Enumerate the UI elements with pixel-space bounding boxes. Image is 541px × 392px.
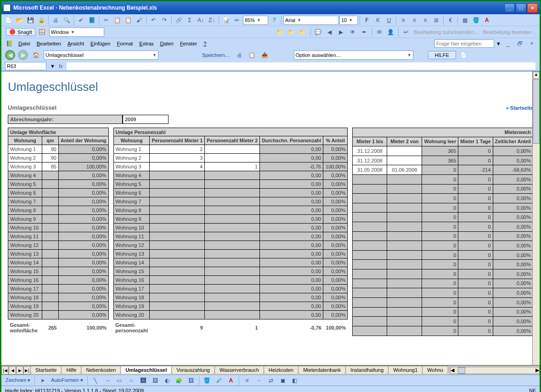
cell[interactable]: Wohnung 19: [8, 302, 42, 311]
cell[interactable]: [353, 194, 387, 203]
cell[interactable]: [387, 260, 422, 269]
cell[interactable]: Wohnung 11: [113, 232, 150, 241]
cell[interactable]: 100,00%: [323, 162, 348, 171]
cell[interactable]: 0: [458, 250, 493, 260]
copy-icon[interactable]: 📋: [112, 15, 122, 25]
print-icon[interactable]: 🖨: [51, 15, 61, 25]
cell[interactable]: 0,00%: [58, 311, 108, 319]
wordart-icon[interactable]: 🖼: [150, 375, 160, 386]
cell[interactable]: [387, 307, 422, 317]
sheet-tab-hilfe[interactable]: Hilfe: [61, 366, 81, 374]
fill2-icon[interactable]: 🪣: [202, 375, 212, 386]
cell[interactable]: [150, 293, 205, 302]
menu-format[interactable]: Format: [113, 40, 136, 47]
cell[interactable]: -214: [458, 165, 493, 175]
cell[interactable]: 0,00%: [493, 231, 533, 241]
sheet-tab-instandhaltung[interactable]: Instandhaltung: [345, 366, 389, 374]
sort-asc-icon[interactable]: A↓: [196, 15, 206, 25]
cell[interactable]: 0,00%: [493, 174, 533, 184]
sheet-tab-umlageschlüssel[interactable]: Umlageschlüssel: [120, 366, 172, 374]
oval-icon[interactable]: ○: [126, 375, 136, 386]
cell[interactable]: 0,00%: [493, 297, 533, 307]
menu-einfügen[interactable]: Einfügen: [87, 40, 113, 47]
tab-next-icon[interactable]: ▶: [16, 366, 23, 375]
sheet-tab-wohnu[interactable]: Wohnu: [422, 366, 448, 374]
cell[interactable]: Wohnung 6: [113, 189, 150, 197]
sheet-tab-wasserverbrauch[interactable]: Wasserverbrauch: [214, 366, 264, 374]
cell[interactable]: [353, 317, 387, 326]
cell[interactable]: [42, 258, 58, 267]
cell[interactable]: 0: [458, 222, 493, 232]
nav-back-icon[interactable]: ◀: [5, 50, 15, 60]
cell[interactable]: 0,00%: [493, 203, 533, 213]
cell[interactable]: 0: [422, 260, 458, 269]
cell[interactable]: Wohnung 7: [8, 197, 42, 206]
cell[interactable]: 85: [42, 162, 58, 171]
cell[interactable]: 0,00%: [58, 171, 108, 180]
cell[interactable]: 0,00%: [58, 154, 108, 162]
cell[interactable]: -0,76: [260, 162, 323, 171]
copy2-icon[interactable]: 📋: [247, 50, 257, 60]
cell[interactable]: [387, 250, 422, 260]
menu-extras[interactable]: Extras: [136, 40, 157, 47]
cell[interactable]: [150, 285, 205, 293]
format-painter-icon[interactable]: 🖌: [134, 15, 144, 25]
cell[interactable]: [353, 174, 387, 184]
cell[interactable]: 0,00%: [58, 232, 108, 241]
cell[interactable]: Wohnung 15: [8, 267, 42, 276]
cell[interactable]: [205, 232, 260, 241]
cell[interactable]: 0,00%: [323, 258, 348, 267]
cell[interactable]: 0,00%: [323, 267, 348, 276]
sort-desc-icon[interactable]: Z↓: [207, 15, 217, 25]
comment-new-icon[interactable]: 💬: [313, 27, 323, 37]
cell[interactable]: Wohnung 2: [8, 154, 42, 162]
cell[interactable]: [205, 285, 260, 293]
snagit-profile-combo[interactable]: Window▼: [49, 28, 104, 37]
cell[interactable]: 0: [422, 184, 458, 194]
cell[interactable]: 4: [150, 162, 205, 171]
underline-icon[interactable]: U: [384, 15, 394, 25]
doc-close-icon[interactable]: ×: [527, 39, 537, 49]
rect-icon[interactable]: ▭: [114, 375, 124, 386]
cell[interactable]: [42, 250, 58, 258]
folder2-icon[interactable]: 📁: [287, 27, 297, 37]
cell[interactable]: 0,00: [260, 302, 323, 311]
cell[interactable]: [353, 213, 387, 222]
cell[interactable]: [205, 224, 260, 232]
picture-icon[interactable]: 🖼: [186, 375, 196, 386]
cell[interactable]: 0: [458, 269, 493, 279]
cell[interactable]: 0,00%: [58, 250, 108, 258]
font-name-combo[interactable]: Arial▼: [283, 16, 338, 25]
cell[interactable]: [42, 285, 58, 293]
cell[interactable]: [150, 180, 205, 189]
cell[interactable]: 3: [150, 154, 205, 162]
cell[interactable]: 0: [422, 231, 458, 241]
cell[interactable]: [387, 279, 422, 288]
cell[interactable]: 0,00%: [493, 288, 533, 298]
cell[interactable]: Wohnung 14: [113, 258, 150, 267]
paste-icon[interactable]: 📋: [123, 15, 133, 25]
cell[interactable]: [353, 288, 387, 298]
cell[interactable]: [387, 146, 422, 156]
cell[interactable]: 0,00%: [323, 276, 348, 285]
permission-icon[interactable]: 🔒: [36, 15, 46, 25]
cell[interactable]: 0,00: [260, 311, 323, 319]
cell[interactable]: [205, 180, 260, 189]
redo-icon[interactable]: ↷: [159, 15, 169, 25]
recipient-icon[interactable]: 👤: [386, 27, 396, 37]
cell[interactable]: [353, 231, 387, 241]
cell[interactable]: [205, 215, 260, 224]
dash-icon[interactable]: ┈: [254, 375, 264, 386]
cell[interactable]: 0,00: [260, 250, 323, 258]
cell[interactable]: [353, 326, 387, 336]
arrow-icon[interactable]: →: [102, 375, 113, 386]
cell[interactable]: [353, 279, 387, 288]
doc-restore-icon[interactable]: 🗗: [515, 39, 525, 49]
help-icon[interactable]: ?: [269, 15, 279, 25]
sheet-tab-nebenkosten[interactable]: Nebenkosten: [81, 366, 121, 374]
cell[interactable]: [150, 267, 205, 276]
cell[interactable]: Wohnung 5: [8, 180, 42, 189]
font-size-combo[interactable]: 10▼: [339, 16, 358, 25]
cell[interactable]: [42, 206, 58, 215]
cell[interactable]: Wohnung 8: [113, 206, 150, 215]
